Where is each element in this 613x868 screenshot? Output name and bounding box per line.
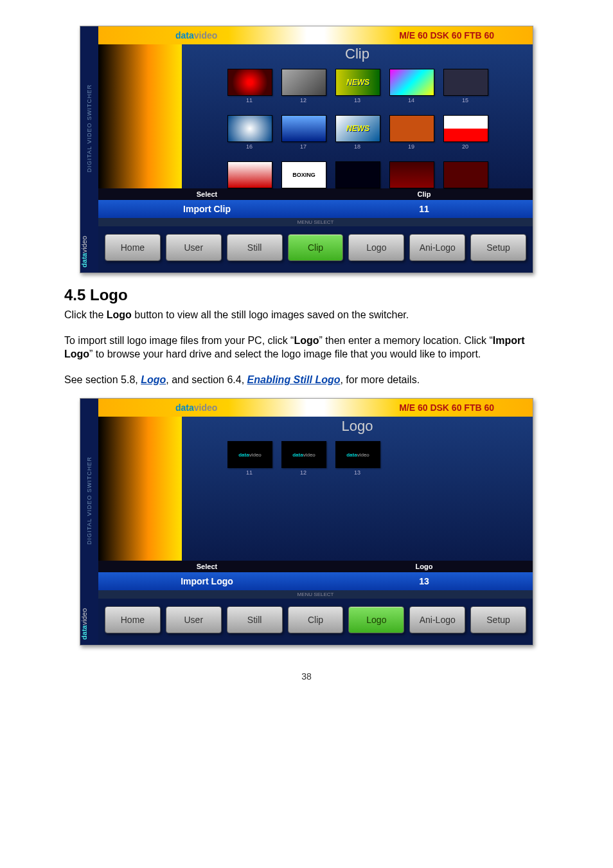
home-button[interactable]: Home	[105, 234, 161, 261]
gradient-panel	[98, 44, 182, 188]
clip-thumb[interactable]: NEWS18	[335, 115, 379, 150]
thumbnail-grid: datavideo11datavideo12datavideo13	[227, 439, 487, 481]
import-row[interactable]: Import Logo 13	[98, 572, 533, 590]
clip-thumb[interactable]: 20	[443, 115, 487, 150]
setup-button[interactable]: Setup	[470, 234, 526, 261]
page-number: 38	[64, 671, 549, 682]
menu-select-label: MENU SELECT	[98, 218, 533, 226]
section-title: Clip	[345, 44, 369, 66]
clip-button[interactable]: Clip	[288, 234, 344, 261]
import-button-label[interactable]: Import Clip	[98, 200, 315, 218]
clip-thumb[interactable]: 12	[281, 69, 325, 104]
home-button[interactable]: Home	[105, 606, 161, 633]
logo-button[interactable]: Logo	[348, 606, 404, 633]
clip-thumb[interactable]: 16	[227, 115, 271, 150]
clip-button[interactable]: Clip	[288, 606, 344, 633]
status-text: M/E 60 DSK 60 FTB 60	[399, 402, 494, 413]
label-row: Select Logo	[98, 561, 533, 572]
status-text: M/E 60 DSK 60 FTB 60	[399, 30, 494, 41]
import-button-label[interactable]: Import Logo	[98, 572, 315, 590]
label-row: Select Clip	[98, 188, 533, 200]
clip-thumb[interactable]: 19	[389, 115, 433, 150]
clip-thumb[interactable]: 17	[281, 115, 325, 150]
section-title: Logo	[342, 417, 373, 439]
paragraph-3: See section 5.8, Logo, and section 6.4, …	[64, 373, 549, 387]
section-heading: 4.5 Logo	[64, 286, 549, 304]
clip-thumb[interactable]: 15	[443, 69, 487, 104]
link-logo[interactable]: Logo	[141, 374, 166, 385]
paragraph-1: Click the Logo button to view all the st…	[64, 308, 549, 322]
gradient-panel	[98, 417, 182, 561]
link-enabling-still-logo[interactable]: Enabling Still Logo	[247, 374, 341, 385]
clip-thumb[interactable]: NEWS13	[335, 69, 379, 104]
brand-logo: datavideo	[175, 402, 217, 413]
import-value[interactable]: 13	[315, 572, 533, 590]
type-label: Logo	[315, 561, 533, 572]
still-button[interactable]: Still	[227, 234, 283, 261]
menu-buttons: HomeUserStillClipLogoAni-LogoSetup	[98, 226, 533, 273]
logo-thumb[interactable]: datavideo11	[227, 441, 271, 476]
logo-button[interactable]: Logo	[348, 234, 404, 261]
thumbnail-grid: 1112NEWS1314151617NEWS18192021BOXING2223…	[227, 66, 487, 201]
import-value[interactable]: 11	[315, 200, 533, 218]
menu-buttons: HomeUserStillClipLogoAni-LogoSetup	[98, 599, 533, 645]
ani-logo-button[interactable]: Ani-Logo	[409, 606, 465, 633]
sidebar: DIGITAL VIDEO SWITCHER datavideo	[80, 26, 98, 273]
sidebar: DIGITAL VIDEO SWITCHER datavideo	[80, 399, 98, 645]
user-button[interactable]: User	[166, 234, 222, 261]
setup-button[interactable]: Setup	[470, 606, 526, 633]
ani-logo-button[interactable]: Ani-Logo	[409, 234, 465, 261]
clip-thumb[interactable]: 14	[389, 69, 433, 104]
sidebar-label: DIGITAL VIDEO SWITCHER	[80, 26, 98, 231]
sidebar-brand: datavideo	[80, 231, 98, 273]
import-row[interactable]: Import Clip 11	[98, 200, 533, 218]
top-banner: datavideo M/E 60 DSK 60 FTB 60	[98, 399, 533, 417]
brand-logo: datavideo	[175, 30, 217, 41]
sidebar-label: DIGITAL VIDEO SWITCHER	[80, 399, 98, 603]
clip-thumb[interactable]: 11	[227, 69, 271, 104]
user-button[interactable]: User	[166, 606, 222, 633]
sidebar-brand: datavideo	[80, 603, 98, 645]
still-button[interactable]: Still	[227, 606, 283, 633]
select-label: Select	[98, 561, 315, 572]
menu-select-label: MENU SELECT	[98, 590, 533, 599]
clip-screenshot: DIGITAL VIDEO SWITCHER datavideo datavid…	[80, 26, 533, 273]
logo-screenshot: DIGITAL VIDEO SWITCHER datavideo datavid…	[80, 398, 533, 646]
top-banner: datavideo M/E 60 DSK 60 FTB 60	[98, 26, 533, 44]
paragraph-2: To import still logo image files from yo…	[64, 334, 549, 361]
logo-thumb[interactable]: datavideo12	[281, 441, 325, 476]
type-label: Clip	[315, 188, 533, 200]
logo-thumb[interactable]: datavideo13	[335, 441, 379, 476]
select-label: Select	[98, 188, 315, 200]
